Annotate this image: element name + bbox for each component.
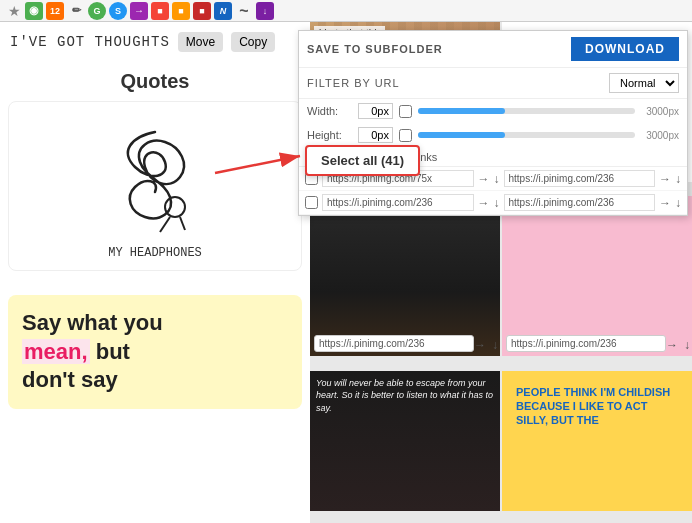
say-what-card: Say what you mean, but don't say: [8, 295, 302, 409]
image-cell-4: https://i.pinimg.com/236 → ↓: [502, 196, 692, 356]
say-what-line1: Say what you: [22, 309, 288, 338]
height-label: Height:: [307, 129, 352, 141]
svg-line-4: [215, 156, 300, 173]
height-max: 3000px: [641, 130, 679, 141]
ext-icon-3[interactable]: ✏: [67, 2, 85, 20]
download-overlay: SAVE TO SUBFOLDER DOWNLOAD FILTER BY URL…: [298, 30, 688, 216]
svg-line-2: [180, 217, 185, 230]
squiggle-card: MY HEADPHONES: [8, 101, 302, 271]
width-label: Width:: [307, 105, 352, 117]
filter-input[interactable]: [408, 76, 601, 90]
url-arrow-2[interactable]: →: [478, 196, 490, 210]
width-row: Width: 3000px: [299, 99, 687, 123]
thoughts-header: I'VE GOT THOUGHTS Move Copy: [0, 22, 310, 62]
say-what-line2: mean, but: [22, 338, 288, 367]
dl-icon-3[interactable]: ↓: [492, 338, 498, 352]
arrow-icon-4[interactable]: →: [666, 338, 678, 352]
say-what-line3: don't say: [22, 366, 288, 395]
height-slider-fill: [418, 132, 505, 138]
image-cell-5: You will never be able to escape from yo…: [310, 371, 500, 511]
url-checkbox-2[interactable]: [305, 196, 318, 209]
width-slider-track: [418, 108, 635, 114]
browser-extension-icons: ◉ 12 ✏ G S → ■ ■ ■ N ~ ↓: [25, 2, 274, 20]
url-text-2b: https://i.pinimg.com/236: [504, 194, 656, 211]
quotes-title: Quotes: [8, 70, 302, 93]
url-row-2: https://i.pinimg.com/236 → ↓ https://i.p…: [299, 191, 687, 215]
url-dl-2b[interactable]: ↓: [675, 196, 681, 210]
but-text: but: [96, 339, 130, 364]
red-arrow-indicator: [210, 148, 310, 178]
ext-icon-dl[interactable]: ↓: [256, 2, 274, 20]
escape-quote: You will never be able to escape from yo…: [310, 371, 500, 421]
childish-quote: PEOPLE THINK I'M CHILDISH BECAUSE I LIKE…: [510, 379, 684, 434]
url-text-1b: https://i.pinimg.com/236: [504, 170, 656, 187]
move-button[interactable]: Move: [178, 32, 223, 52]
copy-button[interactable]: Copy: [231, 32, 275, 52]
arrow-icon-3[interactable]: →: [474, 338, 486, 352]
ext-icon-1[interactable]: ◉: [25, 2, 43, 20]
save-subfolder-label: SAVE TO SUBFOLDER: [307, 43, 443, 55]
height-slider-track: [418, 132, 635, 138]
url-arrow-1b[interactable]: →: [659, 172, 671, 186]
headphones-text: MY HEADPHONES: [19, 246, 291, 260]
width-slider-fill: [418, 108, 505, 114]
url-text-2: https://i.pinimg.com/236: [322, 194, 474, 211]
url-dl-1[interactable]: ↓: [494, 172, 500, 186]
height-checkbox[interactable]: [399, 129, 412, 142]
bookmark-icon[interactable]: ★: [8, 3, 21, 19]
ext-icon-7[interactable]: ■: [151, 2, 169, 20]
width-checkbox[interactable]: [399, 105, 412, 118]
url-bar-4: https://i.pinimg.com/236: [506, 335, 666, 352]
ext-icon-2[interactable]: 12: [46, 2, 64, 20]
mean-highlight: mean,: [22, 339, 90, 364]
filter-label: FILTER BY URL: [307, 77, 400, 89]
height-row: Height: 3000px: [299, 123, 687, 147]
url-dl-1b[interactable]: ↓: [675, 172, 681, 186]
ext-icon-9[interactable]: ■: [193, 2, 211, 20]
svg-point-0: [165, 197, 185, 217]
url-dl-2[interactable]: ↓: [494, 196, 500, 210]
ext-icon-6[interactable]: →: [130, 2, 148, 20]
image-cell-6: PEOPLE THINK I'M CHILDISH BECAUSE I LIKE…: [502, 371, 692, 511]
url-arrow-2b[interactable]: →: [659, 196, 671, 210]
thoughts-text: I'VE GOT THOUGHTS: [10, 34, 170, 50]
ext-icon-5[interactable]: S: [109, 2, 127, 20]
pinterest-panel: I'VE GOT THOUGHTS Move Copy Quotes MY HE…: [0, 22, 310, 523]
url-arrow-1[interactable]: →: [478, 172, 490, 186]
filter-row: FILTER BY URL Normal: [299, 68, 687, 99]
ext-icon-n[interactable]: N: [214, 2, 232, 20]
image-cell-3: dark image https://i.pinimg.com/236 → ↓: [310, 196, 500, 356]
ext-icon-4[interactable]: G: [88, 2, 106, 20]
width-input[interactable]: [358, 103, 393, 119]
overlay-header: SAVE TO SUBFOLDER DOWNLOAD: [299, 31, 687, 68]
ext-icon-8[interactable]: ■: [172, 2, 190, 20]
squiggle-svg: [90, 112, 220, 242]
normal-select[interactable]: Normal: [609, 73, 679, 93]
svg-line-1: [160, 217, 170, 232]
height-input[interactable]: [358, 127, 393, 143]
url-bar-3: https://i.pinimg.com/236: [314, 335, 474, 352]
dl-icon-4[interactable]: ↓: [684, 338, 690, 352]
select-all-button[interactable]: Select all (41): [305, 145, 420, 176]
download-button[interactable]: DOWNLOAD: [571, 37, 679, 61]
browser-chrome: ★ ◉ 12 ✏ G S → ■ ■ ■ N ~ ↓: [0, 0, 692, 22]
width-max: 3000px: [641, 106, 679, 117]
ext-icon-tilde[interactable]: ~: [235, 2, 253, 20]
